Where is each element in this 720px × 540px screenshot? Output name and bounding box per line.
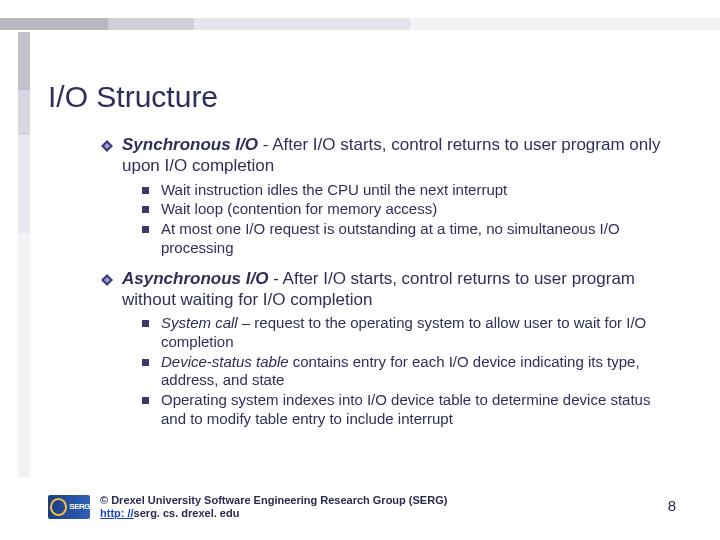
subbullet-text: Wait instruction idles the CPU until the… bbox=[161, 181, 672, 200]
diamond-bullet-icon bbox=[100, 273, 114, 287]
bullet-level2: System call – request to the operating s… bbox=[142, 314, 672, 352]
subbullet-text: Wait loop (contention for memory access) bbox=[161, 200, 672, 219]
slide-title: I/O Structure bbox=[48, 80, 672, 114]
logo-text: SERG bbox=[69, 502, 90, 511]
subbullet-text: Operating system indexes into I/O device… bbox=[161, 391, 672, 429]
footer: SERG © Drexel University Software Engine… bbox=[48, 494, 672, 520]
subbullet-text: Device-status table contains entry for e… bbox=[161, 353, 672, 391]
square-bullet-icon bbox=[142, 206, 149, 213]
bullet-level2: Device-status table contains entry for e… bbox=[142, 353, 672, 391]
footer-link-prefix[interactable]: http: // bbox=[100, 507, 134, 519]
bullet-level2: Wait instruction idles the CPU until the… bbox=[142, 181, 672, 200]
subbullet-lead: System call bbox=[161, 314, 238, 331]
top-decorative-stripe bbox=[0, 18, 720, 30]
bullet-level2: Wait loop (contention for memory access) bbox=[142, 200, 672, 219]
bullet-lead: Asynchronous I/O bbox=[122, 269, 268, 288]
logo-circle-icon bbox=[50, 498, 67, 516]
slide: I/O Structure Synchronous I/O - After I/… bbox=[0, 0, 720, 540]
subbullet-text: At most one I/O request is outstanding a… bbox=[161, 220, 672, 258]
square-bullet-icon bbox=[142, 359, 149, 366]
slide-content: Synchronous I/O - After I/O starts, cont… bbox=[100, 134, 672, 429]
subbullet-text: System call – request to the operating s… bbox=[161, 314, 672, 352]
bullet-level2: At most one I/O request is outstanding a… bbox=[142, 220, 672, 258]
bullet-level1: Asynchronous I/O - After I/O starts, con… bbox=[100, 268, 672, 311]
page-number: 8 bbox=[668, 497, 676, 514]
footer-link-rest: serg. cs. drexel. edu bbox=[134, 507, 240, 519]
square-bullet-icon bbox=[142, 320, 149, 327]
sublist: Wait instruction idles the CPU until the… bbox=[142, 181, 672, 258]
square-bullet-icon bbox=[142, 397, 149, 404]
serg-logo: SERG bbox=[48, 495, 90, 519]
copyright-text: © Drexel University Software Engineering… bbox=[100, 494, 447, 506]
sublist: System call – request to the operating s… bbox=[142, 314, 672, 429]
square-bullet-icon bbox=[142, 226, 149, 233]
diamond-bullet-icon bbox=[100, 139, 114, 153]
bullet-level1: Synchronous I/O - After I/O starts, cont… bbox=[100, 134, 672, 177]
footer-text: © Drexel University Software Engineering… bbox=[100, 494, 672, 520]
bullet-text: Synchronous I/O - After I/O starts, cont… bbox=[122, 134, 672, 177]
bullet-lead: Synchronous I/O bbox=[122, 135, 258, 154]
side-decorative-stripe bbox=[18, 32, 30, 478]
subbullet-lead: Device-status table bbox=[161, 353, 289, 370]
square-bullet-icon bbox=[142, 187, 149, 194]
bullet-text: Asynchronous I/O - After I/O starts, con… bbox=[122, 268, 672, 311]
bullet-level2: Operating system indexes into I/O device… bbox=[142, 391, 672, 429]
